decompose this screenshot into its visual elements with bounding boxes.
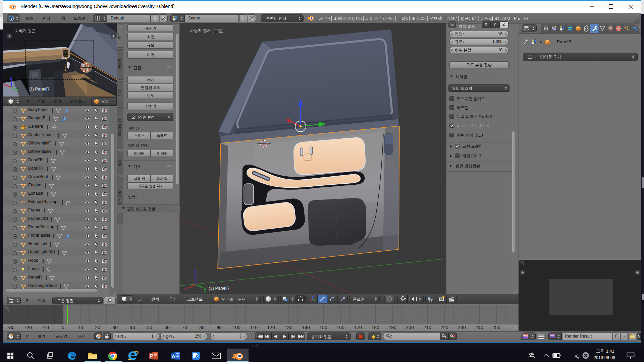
svg-text:P: P <box>150 353 153 359</box>
svg-text:y: y <box>16 87 18 92</box>
svg-text:z: z <box>194 268 196 274</box>
svg-text:x: x <box>184 286 187 291</box>
svg-text:y: y <box>204 287 206 292</box>
svg-text:z: z <box>10 77 12 81</box>
svg-text:W: W <box>172 354 176 359</box>
svg-text:x: x <box>3 82 6 87</box>
